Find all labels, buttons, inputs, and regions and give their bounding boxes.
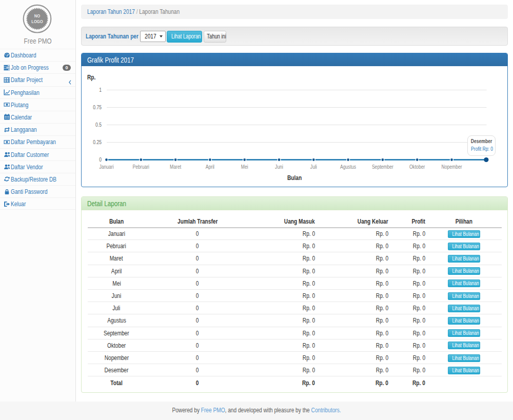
svg-text:Pebruari: Pebruari <box>133 164 149 170</box>
svg-text:September: September <box>372 164 393 170</box>
svg-text:Oktober: Oktober <box>409 164 425 170</box>
svg-text:0.75: 0.75 <box>93 104 102 110</box>
svg-text:0: 0 <box>99 156 102 163</box>
svg-text:1: 1 <box>99 87 102 93</box>
svg-text:Bulan: Bulan <box>287 174 302 182</box>
svg-text:Januari: Januari <box>99 164 113 170</box>
svg-text:NO: NO <box>34 13 41 18</box>
svg-text:0.5: 0.5 <box>95 122 102 128</box>
svg-text:LOGO: LOGO <box>31 19 43 24</box>
svg-text:April: April <box>206 164 214 170</box>
svg-text:Rp.: Rp. <box>87 73 95 81</box>
svg-text:Mei: Mei <box>241 164 248 170</box>
svg-text:Juni: Juni <box>275 164 283 170</box>
svg-text:Juli: Juli <box>310 164 317 170</box>
svg-text:Nopember: Nopember <box>441 164 462 170</box>
svg-text:Agustus: Agustus <box>340 164 356 170</box>
svg-text:Maret: Maret <box>170 164 181 170</box>
svg-text:0.25: 0.25 <box>93 139 102 145</box>
